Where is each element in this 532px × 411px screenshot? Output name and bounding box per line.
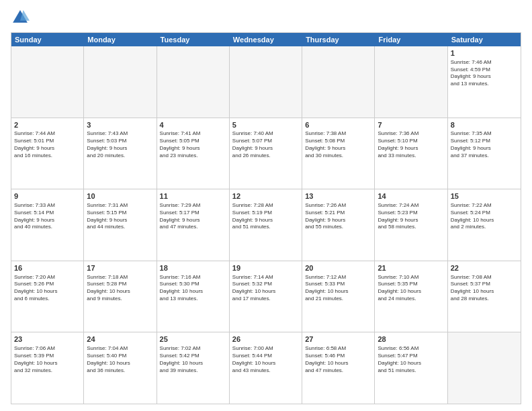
calendar-cell: 7Sunrise: 7:36 AM Sunset: 5:10 PM Daylig…	[375, 118, 447, 189]
day-info: Sunrise: 6:56 AM Sunset: 5:47 PM Dayligh…	[378, 345, 444, 374]
calendar-body: 1Sunrise: 7:46 AM Sunset: 4:59 PM Daylig…	[11, 46, 521, 404]
day-number: 4	[160, 120, 226, 130]
day-info: Sunrise: 7:20 AM Sunset: 5:26 PM Dayligh…	[14, 274, 81, 303]
calendar: SundayMondayTuesdayWednesdayThursdayFrid…	[11, 32, 521, 404]
calendar-cell: 16Sunrise: 7:20 AM Sunset: 5:26 PM Dayli…	[11, 261, 84, 332]
calendar-cell: 28Sunrise: 6:56 AM Sunset: 5:47 PM Dayli…	[375, 332, 447, 404]
day-number: 8	[451, 120, 518, 130]
calendar-cell	[84, 46, 157, 118]
calendar-cell: 18Sunrise: 7:16 AM Sunset: 5:30 PM Dayli…	[157, 261, 230, 332]
day-number: 23	[14, 334, 81, 345]
day-info: Sunrise: 6:58 AM Sunset: 5:46 PM Dayligh…	[305, 345, 371, 374]
calendar-cell: 6Sunrise: 7:38 AM Sunset: 5:08 PM Daylig…	[302, 118, 375, 189]
day-number: 12	[232, 191, 299, 201]
calendar-cell: 5Sunrise: 7:40 AM Sunset: 5:07 PM Daylig…	[230, 118, 302, 189]
day-info: Sunrise: 7:40 AM Sunset: 5:07 PM Dayligh…	[232, 130, 299, 159]
day-number: 21	[378, 263, 444, 273]
calendar-cell: 21Sunrise: 7:10 AM Sunset: 5:35 PM Dayli…	[375, 261, 447, 332]
day-number: 25	[160, 334, 226, 345]
day-number: 16	[14, 263, 81, 273]
day-info: Sunrise: 7:22 AM Sunset: 5:24 PM Dayligh…	[451, 202, 518, 231]
calendar-cell: 26Sunrise: 7:00 AM Sunset: 5:44 PM Dayli…	[230, 332, 302, 404]
day-number: 17	[87, 263, 153, 273]
calendar-cell	[11, 46, 84, 118]
calendar-cell: 1Sunrise: 7:46 AM Sunset: 4:59 PM Daylig…	[448, 46, 521, 118]
day-info: Sunrise: 7:33 AM Sunset: 5:14 PM Dayligh…	[14, 202, 81, 231]
day-number: 15	[451, 191, 518, 201]
calendar-cell: 2Sunrise: 7:44 AM Sunset: 5:01 PM Daylig…	[11, 118, 84, 189]
day-info: Sunrise: 7:28 AM Sunset: 5:19 PM Dayligh…	[232, 202, 299, 231]
day-number: 27	[305, 334, 371, 345]
day-info: Sunrise: 7:43 AM Sunset: 5:03 PM Dayligh…	[87, 130, 153, 159]
day-info: Sunrise: 7:36 AM Sunset: 5:10 PM Dayligh…	[378, 130, 444, 159]
day-number: 28	[378, 334, 444, 345]
day-info: Sunrise: 7:46 AM Sunset: 4:59 PM Dayligh…	[451, 59, 518, 88]
calendar-cell	[157, 46, 230, 118]
calendar-row: 23Sunrise: 7:06 AM Sunset: 5:39 PM Dayli…	[11, 332, 521, 404]
day-number: 13	[305, 191, 371, 201]
calendar-cell: 25Sunrise: 7:02 AM Sunset: 5:42 PM Dayli…	[157, 332, 230, 404]
weekday-header: Saturday	[448, 33, 521, 46]
calendar-cell: 27Sunrise: 6:58 AM Sunset: 5:46 PM Dayli…	[302, 332, 375, 404]
day-info: Sunrise: 7:16 AM Sunset: 5:30 PM Dayligh…	[160, 274, 226, 303]
weekday-header: Sunday	[11, 33, 84, 46]
day-number: 1	[451, 48, 518, 58]
day-info: Sunrise: 7:41 AM Sunset: 5:05 PM Dayligh…	[160, 130, 226, 159]
logo	[11, 8, 32, 27]
header	[11, 8, 521, 27]
weekday-header: Thursday	[302, 33, 375, 46]
calendar-cell: 14Sunrise: 7:24 AM Sunset: 5:23 PM Dayli…	[375, 189, 447, 261]
calendar-cell: 9Sunrise: 7:33 AM Sunset: 5:14 PM Daylig…	[11, 189, 84, 261]
day-number: 20	[305, 263, 371, 273]
day-info: Sunrise: 7:02 AM Sunset: 5:42 PM Dayligh…	[160, 345, 226, 374]
weekday-header: Wednesday	[230, 33, 302, 46]
day-info: Sunrise: 7:08 AM Sunset: 5:37 PM Dayligh…	[451, 274, 518, 303]
calendar-cell	[448, 332, 521, 404]
calendar-cell: 8Sunrise: 7:35 AM Sunset: 5:12 PM Daylig…	[448, 118, 521, 189]
day-info: Sunrise: 7:14 AM Sunset: 5:32 PM Dayligh…	[232, 274, 299, 303]
day-info: Sunrise: 7:10 AM Sunset: 5:35 PM Dayligh…	[378, 274, 444, 303]
day-info: Sunrise: 7:18 AM Sunset: 5:28 PM Dayligh…	[87, 274, 153, 303]
calendar-cell: 3Sunrise: 7:43 AM Sunset: 5:03 PM Daylig…	[84, 118, 157, 189]
calendar-cell: 23Sunrise: 7:06 AM Sunset: 5:39 PM Dayli…	[11, 332, 84, 404]
calendar-row: 9Sunrise: 7:33 AM Sunset: 5:14 PM Daylig…	[11, 189, 521, 261]
day-info: Sunrise: 7:31 AM Sunset: 5:15 PM Dayligh…	[87, 202, 153, 231]
day-number: 5	[232, 120, 299, 130]
day-info: Sunrise: 7:12 AM Sunset: 5:33 PM Dayligh…	[305, 274, 371, 303]
calendar-row: 2Sunrise: 7:44 AM Sunset: 5:01 PM Daylig…	[11, 118, 521, 190]
calendar-cell: 24Sunrise: 7:04 AM Sunset: 5:40 PM Dayli…	[84, 332, 157, 404]
calendar-cell: 12Sunrise: 7:28 AM Sunset: 5:19 PM Dayli…	[230, 189, 302, 261]
calendar-row: 1Sunrise: 7:46 AM Sunset: 4:59 PM Daylig…	[11, 46, 521, 118]
day-info: Sunrise: 7:06 AM Sunset: 5:39 PM Dayligh…	[14, 345, 81, 374]
weekday-header: Tuesday	[157, 33, 230, 46]
day-info: Sunrise: 7:00 AM Sunset: 5:44 PM Dayligh…	[232, 345, 299, 374]
day-info: Sunrise: 7:29 AM Sunset: 5:17 PM Dayligh…	[160, 202, 226, 231]
day-number: 22	[451, 263, 518, 273]
day-info: Sunrise: 7:38 AM Sunset: 5:08 PM Dayligh…	[305, 130, 371, 159]
calendar-cell: 11Sunrise: 7:29 AM Sunset: 5:17 PM Dayli…	[157, 189, 230, 261]
calendar-header: SundayMondayTuesdayWednesdayThursdayFrid…	[11, 33, 521, 46]
day-number: 3	[87, 120, 153, 130]
day-number: 11	[160, 191, 226, 201]
calendar-cell	[375, 46, 447, 118]
calendar-cell: 22Sunrise: 7:08 AM Sunset: 5:37 PM Dayli…	[448, 261, 521, 332]
day-number: 6	[305, 120, 371, 130]
day-info: Sunrise: 7:35 AM Sunset: 5:12 PM Dayligh…	[451, 130, 518, 159]
weekday-header: Monday	[84, 33, 157, 46]
calendar-cell: 4Sunrise: 7:41 AM Sunset: 5:05 PM Daylig…	[157, 118, 230, 189]
calendar-cell: 15Sunrise: 7:22 AM Sunset: 5:24 PM Dayli…	[448, 189, 521, 261]
calendar-cell: 10Sunrise: 7:31 AM Sunset: 5:15 PM Dayli…	[84, 189, 157, 261]
calendar-cell: 20Sunrise: 7:12 AM Sunset: 5:33 PM Dayli…	[302, 261, 375, 332]
day-number: 26	[232, 334, 299, 345]
calendar-row: 16Sunrise: 7:20 AM Sunset: 5:26 PM Dayli…	[11, 261, 521, 333]
weekday-header: Friday	[375, 33, 447, 46]
calendar-cell: 19Sunrise: 7:14 AM Sunset: 5:32 PM Dayli…	[230, 261, 302, 332]
calendar-cell: 13Sunrise: 7:26 AM Sunset: 5:21 PM Dayli…	[302, 189, 375, 261]
day-number: 18	[160, 263, 226, 273]
day-number: 7	[378, 120, 444, 130]
calendar-cell	[230, 46, 302, 118]
day-number: 10	[87, 191, 153, 201]
day-number: 19	[232, 263, 299, 273]
page: SundayMondayTuesdayWednesdayThursdayFrid…	[0, 0, 532, 411]
calendar-cell: 17Sunrise: 7:18 AM Sunset: 5:28 PM Dayli…	[84, 261, 157, 332]
